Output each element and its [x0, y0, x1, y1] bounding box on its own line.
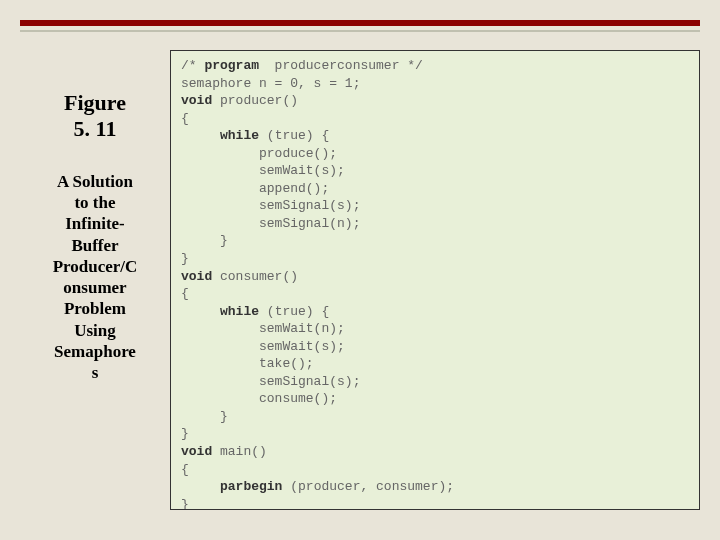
- keyword: while: [220, 304, 259, 319]
- code-text: (true) {: [259, 304, 329, 319]
- caption-line: onsumer: [63, 278, 126, 297]
- code-text: semWait(s);: [181, 163, 345, 178]
- code-text: semSignal(n);: [181, 216, 360, 231]
- code-text: /*: [181, 58, 204, 73]
- keyword: parbegin: [220, 479, 282, 494]
- code-text: semSignal(s);: [181, 374, 360, 389]
- caption-line: Problem: [64, 299, 126, 318]
- code-text: }: [181, 251, 189, 266]
- code-text: }: [181, 233, 228, 248]
- code-text: main(): [220, 444, 267, 459]
- figure-label-line1: Figure: [64, 90, 126, 115]
- keyword: void: [181, 269, 220, 284]
- code-text: [181, 304, 220, 319]
- code-text: }: [181, 426, 189, 441]
- left-column: Figure 5. 11 A Solution to the Infinite-…: [20, 50, 170, 510]
- caption-line: Buffer: [71, 236, 118, 255]
- caption-line: s: [92, 363, 99, 382]
- code-text: semWait(s);: [181, 339, 345, 354]
- keyword: void: [181, 444, 220, 459]
- code-text: semaphore n = 0, s = 1;: [181, 76, 360, 91]
- code-text: [181, 479, 220, 494]
- keyword: program: [204, 58, 259, 73]
- figure-caption: A Solution to the Infinite- Buffer Produ…: [30, 171, 160, 384]
- code-text: (producer, consumer);: [282, 479, 454, 494]
- caption-line: Using: [74, 321, 116, 340]
- caption-line: Producer/C: [53, 257, 138, 276]
- code-text: consumer(): [220, 269, 298, 284]
- slide-top-border: [20, 20, 700, 26]
- keyword: void: [181, 93, 220, 108]
- caption-line: Semaphore: [54, 342, 136, 361]
- code-text: {: [181, 462, 189, 477]
- code-text: [181, 128, 220, 143]
- code-text: append();: [181, 181, 329, 196]
- keyword: while: [220, 128, 259, 143]
- code-text: (true) {: [259, 128, 329, 143]
- slide-accent-line: [20, 30, 700, 32]
- code-panel: /* program producerconsumer */ semaphore…: [170, 50, 700, 510]
- code-text: producerconsumer */: [259, 58, 423, 73]
- figure-label-line2: 5. 11: [74, 116, 117, 141]
- caption-line: to the: [74, 193, 115, 212]
- code-text: producer(): [220, 93, 298, 108]
- code-text: take();: [181, 356, 314, 371]
- figure-label: Figure 5. 11: [30, 90, 160, 143]
- caption-line: Infinite-: [65, 214, 125, 233]
- code-text: semSignal(s);: [181, 198, 360, 213]
- slide-content: Figure 5. 11 A Solution to the Infinite-…: [20, 50, 700, 510]
- code-text: }: [181, 497, 189, 510]
- code-text: }: [181, 409, 228, 424]
- code-text: consume();: [181, 391, 337, 406]
- code-text: produce();: [181, 146, 337, 161]
- code-text: {: [181, 286, 189, 301]
- caption-line: A Solution: [57, 172, 133, 191]
- code-text: {: [181, 111, 189, 126]
- code-text: semWait(n);: [181, 321, 345, 336]
